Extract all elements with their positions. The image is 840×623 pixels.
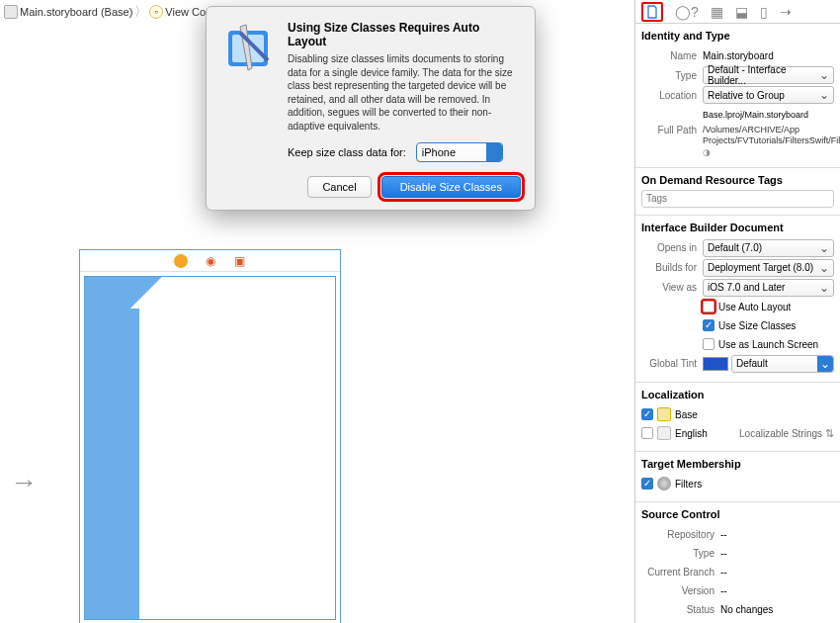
up-down-icon[interactable]: ⇅ bbox=[825, 427, 834, 440]
localization-english: English bbox=[675, 428, 722, 439]
app-icon bbox=[657, 477, 671, 490]
breadcrumb-file: Main.storyboard (Base) bbox=[20, 6, 132, 18]
initial-view-controller-arrow[interactable]: → bbox=[10, 467, 38, 498]
target-name: Filters bbox=[675, 479, 834, 490]
identity-inspector-tab-icon[interactable]: ▦ bbox=[711, 4, 723, 20]
viewas-popup[interactable]: iOS 7.0 and Later bbox=[703, 279, 834, 297]
name-value: Main.storyboard bbox=[703, 50, 834, 61]
buildsfor-popup[interactable]: Deployment Target (8.0) bbox=[703, 259, 834, 277]
checkbox-label: Use Size Classes bbox=[718, 320, 834, 331]
label: Location bbox=[641, 90, 703, 101]
version-value: -- bbox=[720, 585, 834, 596]
up-down-caret-icon: ▴▾ bbox=[493, 143, 498, 161]
label: Global Tint bbox=[641, 358, 703, 369]
branch-value: -- bbox=[720, 567, 834, 578]
scene-view[interactable] bbox=[84, 276, 336, 620]
label: Current Branch bbox=[641, 567, 720, 578]
use-auto-layout-checkbox[interactable] bbox=[703, 301, 714, 312]
connections-inspector-tab-icon[interactable]: ➝ bbox=[780, 4, 792, 20]
storyboard-file-icon bbox=[657, 407, 671, 421]
inspector-tabs[interactable]: ◯? ▦ ⬓ ▯ ➝ bbox=[635, 0, 840, 24]
label: Opens in bbox=[641, 242, 703, 253]
viewcontroller-icon: ▫ bbox=[149, 5, 163, 19]
localization-mode[interactable]: Localizable Strings bbox=[722, 428, 822, 439]
attributes-inspector-tab-icon[interactable]: ⬓ bbox=[735, 4, 748, 20]
label: Type bbox=[641, 548, 720, 559]
size-inspector-tab-icon[interactable]: ▯ bbox=[760, 4, 768, 20]
use-size-classes-checkbox[interactable] bbox=[703, 319, 714, 331]
label: Name bbox=[641, 50, 703, 61]
chevron-right-icon: 〉 bbox=[134, 3, 147, 21]
first-responder-icon[interactable]: ◉ bbox=[204, 254, 217, 268]
on-demand-section: On Demand Resource Tags bbox=[635, 168, 840, 216]
dialog-title: Using Size Classes Requires Auto Layout bbox=[288, 21, 521, 48]
repo-value: -- bbox=[720, 529, 834, 540]
identity-and-type-section: Identity and Type NameMain.storyboard Ty… bbox=[635, 24, 840, 168]
tags-input[interactable] bbox=[641, 190, 834, 208]
target-membership-section: Target Membership Filters bbox=[635, 452, 840, 502]
keep-data-label: Keep size class data for: bbox=[288, 146, 406, 158]
label: Version bbox=[641, 585, 720, 596]
opensin-popup[interactable]: Default (7.0) bbox=[703, 239, 834, 257]
disable-size-classes-dialog: Using Size Classes Requires Auto Layout … bbox=[206, 6, 536, 211]
tint-color-swatch[interactable] bbox=[703, 357, 728, 371]
status-value: No changes bbox=[720, 604, 834, 615]
source-control-section: Source Control Repository-- Type-- Curre… bbox=[635, 502, 840, 623]
globaltint-popup[interactable]: Default bbox=[731, 355, 834, 373]
checkbox-label: Use Auto Layout bbox=[718, 302, 834, 312]
section-title: Source Control bbox=[641, 505, 834, 524]
location-path: Base.lproj/Main.storyboard bbox=[703, 110, 834, 120]
location-popup[interactable]: Relative to Group bbox=[703, 86, 834, 104]
label: Status bbox=[641, 604, 720, 615]
view-controller-scene[interactable]: ◉ ▣ bbox=[79, 249, 341, 623]
reveal-icon[interactable]: ◑ bbox=[703, 147, 711, 157]
english-checkbox[interactable] bbox=[641, 427, 653, 439]
disable-size-classes-button[interactable]: Disable Size Classes bbox=[381, 176, 521, 198]
strings-file-icon bbox=[657, 426, 671, 440]
section-title: Identity and Type bbox=[641, 27, 834, 45]
section-title: Target Membership bbox=[641, 455, 834, 474]
document-icon bbox=[4, 5, 18, 19]
label: View as bbox=[641, 282, 703, 293]
type-popup[interactable]: Default - Interface Builder... bbox=[703, 66, 834, 84]
target-checkbox[interactable] bbox=[641, 478, 653, 490]
label: Builds for bbox=[641, 262, 703, 273]
type-value: -- bbox=[720, 548, 834, 559]
exit-icon[interactable]: ▣ bbox=[233, 254, 247, 268]
viewcontroller-dot-icon[interactable] bbox=[174, 254, 188, 268]
dialog-text: Disabling size classes limits documents … bbox=[288, 52, 521, 133]
label: Type bbox=[641, 70, 703, 81]
checkbox-label: Use as Launch Screen bbox=[718, 339, 834, 350]
base-checkbox[interactable] bbox=[641, 408, 653, 420]
xcode-icon bbox=[220, 21, 276, 76]
ib-document-section: Interface Builder Document Opens inDefau… bbox=[635, 216, 840, 383]
label: Repository bbox=[641, 529, 720, 540]
section-title: Interface Builder Document bbox=[641, 219, 834, 237]
scene-toolbar: ◉ ▣ bbox=[80, 250, 340, 272]
section-title: On Demand Resource Tags bbox=[641, 171, 834, 190]
file-inspector-tab-icon[interactable] bbox=[641, 2, 663, 22]
localization-section: Localization Base EnglishLocalizable Str… bbox=[635, 383, 840, 452]
file-inspector-panel: ◯? ▦ ⬓ ▯ ➝ Identity and Type NameMain.st… bbox=[634, 0, 840, 623]
quick-help-tab-icon[interactable]: ◯? bbox=[675, 4, 699, 20]
localization-base: Base bbox=[675, 409, 834, 420]
full-path: /Volumes/ARCHIVE/App Projects/FVTutorial… bbox=[703, 125, 840, 158]
cancel-button[interactable]: Cancel bbox=[307, 176, 371, 198]
section-title: Localization bbox=[641, 386, 834, 404]
device-family-popup[interactable]: iPhone ▴▾ bbox=[416, 142, 503, 162]
label: Full Path bbox=[641, 125, 703, 135]
use-launch-screen-checkbox[interactable] bbox=[703, 338, 714, 350]
